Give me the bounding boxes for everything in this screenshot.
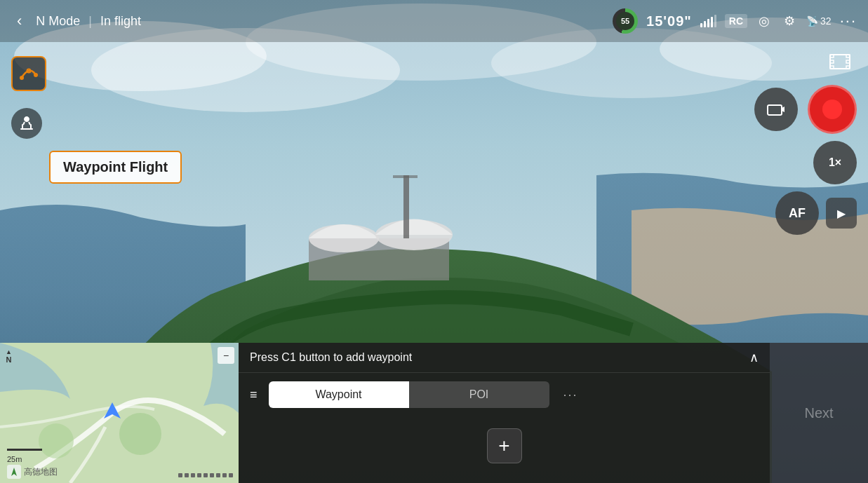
satellite-info: 📡 32 xyxy=(806,15,832,27)
more-options-button[interactable]: ··· xyxy=(840,12,857,30)
rc-label: RC xyxy=(725,14,747,28)
svg-rect-17 xyxy=(830,60,834,63)
waypoint-tab-group: Waypoint POI xyxy=(269,381,549,408)
svg-rect-18 xyxy=(846,60,850,63)
flight-mode-label: N Mode xyxy=(36,14,80,29)
af-button[interactable]: AF xyxy=(775,191,819,235)
tab-more-button[interactable]: ··· xyxy=(558,388,584,402)
waypoint-collapse-button[interactable]: ∧ xyxy=(749,350,759,365)
tab-poi[interactable]: POI xyxy=(409,381,549,408)
svg-point-11 xyxy=(20,76,24,80)
zoom-level: 1× xyxy=(829,156,841,169)
svg-rect-16 xyxy=(846,55,850,57)
film-icon xyxy=(826,49,854,78)
waypoint-panel: Press C1 button to add waypoint ∧ ≡ Wayp… xyxy=(239,343,770,483)
waypoint-tabs-row: ≡ Waypoint POI ··· xyxy=(239,373,770,416)
add-waypoint-button[interactable]: + xyxy=(487,428,522,463)
map-panel: ▲ N − 25m 高德地图 xyxy=(0,343,239,483)
flight-time: 15'09" xyxy=(646,13,692,29)
record-button[interactable] xyxy=(808,85,857,134)
waypoint-icon-button[interactable] xyxy=(11,56,46,91)
waypoint-header: Press C1 button to add waypoint ∧ xyxy=(239,343,770,373)
settings-icon[interactable]: ⚙ xyxy=(781,12,798,30)
camera-mode-button[interactable] xyxy=(754,88,798,131)
back-button[interactable]: ‹ xyxy=(11,9,27,33)
next-panel: Next xyxy=(770,343,868,483)
map-expand-button[interactable] xyxy=(178,473,233,477)
svg-rect-15 xyxy=(830,55,834,57)
header-divider: | xyxy=(88,14,92,29)
play-icon: ▶ xyxy=(837,207,846,220)
record-indicator xyxy=(822,100,842,119)
map-scale: 25m xyxy=(7,449,42,465)
svg-rect-20 xyxy=(846,66,850,69)
svg-rect-21 xyxy=(768,105,782,115)
next-button[interactable]: Next xyxy=(804,405,833,421)
collapse-icon: − xyxy=(223,350,229,361)
map-logo: 高德地图 xyxy=(7,465,58,479)
battery-percentage: 55 xyxy=(621,17,629,25)
waypoint-menu-icon[interactable]: ≡ xyxy=(250,388,258,402)
satellite-count: 32 xyxy=(820,15,832,27)
header-bar: ‹ N Mode | In flight 55 15'09" RC ◎ ⚙ 📡 … xyxy=(0,0,868,42)
af-label: AF xyxy=(789,206,806,221)
map-logo-icon xyxy=(7,465,21,479)
svg-rect-19 xyxy=(830,66,834,69)
map-north-indicator: ▲ N xyxy=(6,348,12,364)
svg-rect-14 xyxy=(830,55,850,69)
svg-marker-26 xyxy=(11,468,17,476)
svg-point-23 xyxy=(39,423,74,458)
svg-point-24 xyxy=(119,413,161,455)
waypoint-instruction: Press C1 button to add waypoint xyxy=(250,351,412,364)
svg-rect-10 xyxy=(393,175,418,178)
map-collapse-button[interactable]: − xyxy=(218,347,234,364)
signal-strength-icon xyxy=(700,15,716,27)
right-panel: 1× AF ▶ xyxy=(754,49,857,235)
safety-icon[interactable]: ◎ xyxy=(756,12,773,30)
map-logo-text: 高德地图 xyxy=(24,466,58,478)
playback-button[interactable]: ▶ xyxy=(826,198,857,229)
left-panel xyxy=(11,56,46,139)
tab-waypoint[interactable]: Waypoint xyxy=(269,381,409,408)
svg-rect-9 xyxy=(403,175,409,238)
flight-status-label: In flight xyxy=(100,14,141,29)
svg-point-12 xyxy=(34,73,38,77)
satellite-icon: 📡 xyxy=(806,15,818,27)
waypoint-flight-label: Waypoint Flight xyxy=(49,151,182,184)
zoom-button[interactable]: 1× xyxy=(813,141,857,184)
waypoint-add-area: + xyxy=(239,416,770,483)
landing-button[interactable] xyxy=(11,108,42,139)
battery-indicator: 55 xyxy=(613,8,638,34)
